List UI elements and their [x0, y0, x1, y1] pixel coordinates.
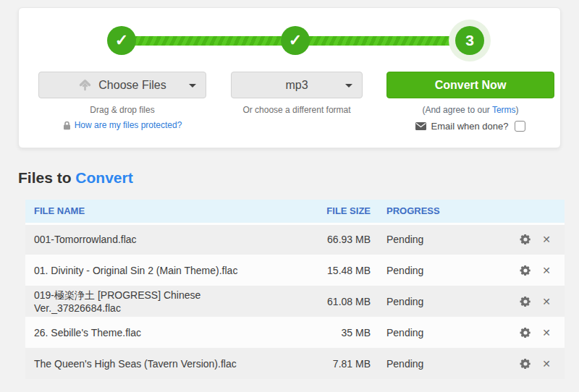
remove-file-icon[interactable]: ✕: [539, 263, 554, 278]
table-row: 26. Sebille's Theme.flac35 MBPending✕: [25, 317, 565, 348]
table-row: 019-極楽浄土 [PROGRESS] Chinese Ver._3782668…: [25, 286, 565, 317]
remove-file-icon[interactable]: ✕: [539, 357, 554, 371]
remove-file-icon[interactable]: ✕: [539, 232, 554, 247]
file-name: The Queen's High Seas (Tavern Version).f…: [25, 348, 284, 379]
upload-icon: [78, 79, 92, 91]
settings-gear-icon[interactable]: [518, 325, 533, 340]
chevron-down-icon: [189, 84, 196, 88]
file-name: 01. Divinity - Original Sin 2 (Main Them…: [25, 255, 284, 286]
terms-link[interactable]: Terms: [492, 105, 516, 115]
file-status: Pending: [371, 317, 494, 348]
chevron-down-icon: [345, 84, 352, 88]
column-file-name: FILE NAME: [25, 200, 284, 223]
file-status: Pending: [371, 286, 494, 317]
settings-gear-icon[interactable]: [518, 294, 533, 309]
files-protected-link[interactable]: How are my files protected?: [75, 120, 182, 130]
check-icon: ✓: [289, 31, 302, 50]
email-when-done-checkbox[interactable]: [515, 121, 525, 132]
file-name: 26. Sebille's Theme.flac: [25, 317, 284, 348]
format-value: mp3: [285, 79, 308, 92]
choose-files-button[interactable]: Choose Files: [38, 72, 206, 98]
table-row: The Queen's High Seas (Tavern Version).f…: [25, 348, 565, 379]
conversion-panel: ✓ ✓ 3 Choose Files Drag & drop file: [18, 7, 561, 148]
settings-gear-icon[interactable]: [518, 263, 533, 278]
column-actions: [494, 200, 565, 223]
format-hint: Or choose a different format: [242, 105, 350, 115]
terms-note: (And agree to our Terms): [422, 105, 518, 115]
column-progress: PROGRESS: [371, 200, 494, 223]
file-status: Pending: [371, 223, 494, 255]
row-actions: ✕: [494, 317, 565, 348]
email-when-done-row: Email when done?: [415, 121, 526, 132]
step-3-badge: 3: [455, 26, 484, 55]
remove-file-icon[interactable]: ✕: [539, 294, 554, 309]
step-1-complete: ✓: [107, 26, 136, 55]
settings-gear-icon[interactable]: [518, 357, 533, 371]
step-number: 3: [465, 32, 474, 49]
files-table: FILE NAME FILE SIZE PROGRESS 001-Tomorro…: [25, 200, 565, 379]
file-name: 001-Tomorrowland.flac: [25, 223, 284, 255]
drag-drop-hint: Drag & drop files: [90, 105, 154, 115]
file-name: 019-極楽浄土 [PROGRESS] Chinese Ver._3782668…: [25, 286, 284, 317]
choose-files-label: Choose Files: [98, 79, 166, 92]
file-status: Pending: [371, 255, 494, 286]
table-row: 001-Tomorrowland.flac66.93 MBPending✕: [25, 223, 565, 255]
files-table-body: 001-Tomorrowland.flac66.93 MBPending✕01.…: [25, 223, 565, 379]
check-icon: ✓: [115, 31, 128, 50]
row-actions: ✕: [494, 348, 565, 379]
file-size: 35 MB: [284, 317, 371, 348]
file-size: 66.93 MB: [284, 223, 371, 255]
row-actions: ✕: [494, 286, 565, 317]
email-when-done-label: Email when done?: [431, 121, 509, 132]
file-status: Pending: [371, 348, 494, 379]
email-icon: [415, 122, 426, 130]
progress-stepper: ✓ ✓ 3: [19, 8, 560, 73]
remove-file-icon[interactable]: ✕: [539, 325, 554, 340]
format-select[interactable]: mp3: [231, 72, 363, 98]
row-actions: ✕: [494, 223, 565, 255]
page-title: Files to Convert: [18, 169, 579, 187]
settings-gear-icon[interactable]: [518, 232, 533, 247]
row-actions: ✕: [494, 255, 565, 286]
step-2-complete: ✓: [281, 26, 310, 55]
file-size: 61.08 MB: [284, 286, 371, 317]
column-file-size: FILE SIZE: [284, 200, 371, 223]
file-size: 7.81 MB: [284, 348, 371, 379]
controls-row: Choose Files Drag & drop files How are m…: [38, 72, 554, 132]
lock-icon: [63, 121, 71, 130]
file-size: 15.48 MB: [284, 255, 371, 286]
page-title-highlight: Convert: [75, 169, 132, 186]
table-header-row: FILE NAME FILE SIZE PROGRESS: [25, 200, 565, 223]
table-row: 01. Divinity - Original Sin 2 (Main Them…: [25, 255, 565, 286]
convert-now-button[interactable]: Convert Now: [386, 72, 554, 98]
